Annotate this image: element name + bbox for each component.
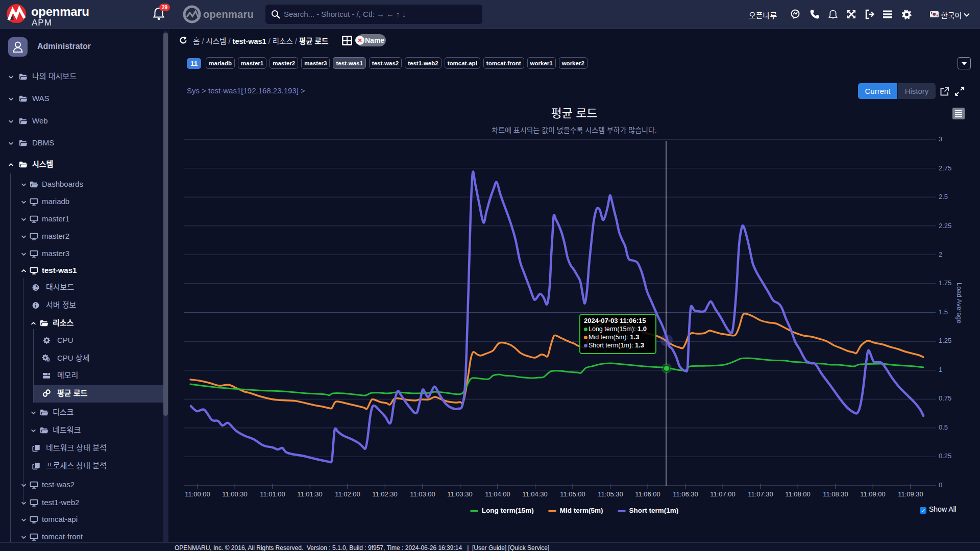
svg-text:openmaru: openmaru xyxy=(203,9,254,20)
